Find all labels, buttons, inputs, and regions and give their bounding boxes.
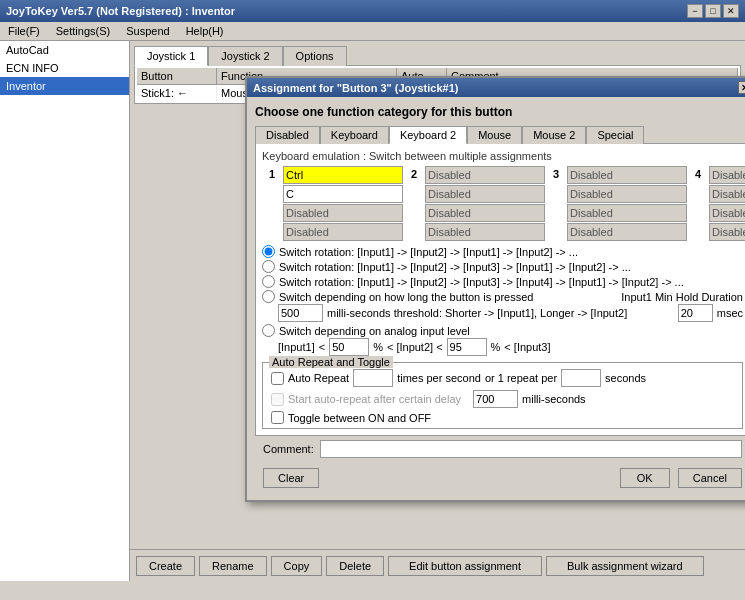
auto-repeat-checkbox[interactable]	[271, 372, 284, 385]
toggle-checkbox[interactable]	[271, 411, 284, 424]
dialog-close-button[interactable]: ✕	[738, 81, 745, 94]
radio-label-4: Switch depending on how long the button …	[279, 291, 533, 303]
ok-button[interactable]: OK	[620, 468, 670, 488]
radio-option-4: Switch depending on how long the button …	[262, 290, 743, 303]
analog-pct2: %	[491, 341, 501, 353]
col2-input-1[interactable]	[425, 185, 545, 203]
comment-input[interactable]	[320, 440, 742, 458]
radio-option-5: Switch depending on analog input level	[262, 324, 743, 337]
col3-input-1[interactable]	[567, 185, 687, 203]
col1-input-3[interactable]	[283, 223, 403, 241]
radio-option-3: Switch rotation: [Input1] -> [Input2] ->…	[262, 275, 743, 288]
dialog-panel: Keyboard emulation : Switch between mult…	[255, 143, 745, 436]
sidebar-item-ecninfo[interactable]: ECN INFO	[0, 59, 129, 77]
col4-input-0[interactable]	[709, 166, 745, 184]
col4-input-3[interactable]	[709, 223, 745, 241]
analog-lt2: < [Input2] <	[387, 341, 443, 353]
menu-settings[interactable]: Settings(S)	[52, 24, 114, 38]
delay-msec-input[interactable]	[473, 390, 518, 408]
col1-input-0[interactable]	[283, 166, 403, 184]
analog-val1-input[interactable]	[329, 338, 369, 356]
menu-suspend[interactable]: Suspend	[122, 24, 173, 38]
title-bar: JoyToKey Ver5.7 (Not Registered) : Inven…	[0, 0, 745, 22]
seconds-input[interactable]	[561, 369, 601, 387]
col2-input-3[interactable]	[425, 223, 545, 241]
col1-inputs	[283, 166, 403, 241]
assignment-dialog: Assignment for "Button 3" (Joystick#1) ✕…	[245, 76, 745, 502]
col1-input-2[interactable]	[283, 204, 403, 222]
comment-label: Comment:	[263, 443, 314, 455]
dialog-tabs: Disabled Keyboard Keyboard 2 Mouse Mouse…	[255, 125, 745, 143]
radio-input-4[interactable]	[262, 290, 275, 303]
comment-row: Comment:	[255, 436, 745, 462]
tab-special[interactable]: Special	[586, 126, 644, 144]
col4-input-2[interactable]	[709, 204, 745, 222]
dialog-overlay: Assignment for "Button 3" (Joystick#1) ✕…	[130, 41, 745, 581]
col2-input-2[interactable]	[425, 204, 545, 222]
cancel-button[interactable]: Cancel	[678, 468, 742, 488]
msec-input[interactable]	[678, 304, 713, 322]
toggle-row: Toggle between ON and OFF	[271, 411, 734, 424]
radio-label-2: Switch rotation: [Input1] -> [Input2] ->…	[279, 261, 631, 273]
window-controls: − □ ✕	[687, 4, 739, 18]
dialog-title-text: Assignment for "Button 3" (Joystick#1)	[253, 82, 458, 94]
tab-keyboard2[interactable]: Keyboard 2	[389, 126, 467, 144]
col4-num: 4	[688, 166, 708, 180]
main-layout: AutoCad ECN INFO Inventor Joystick 1 Joy…	[0, 41, 745, 581]
radio-input-1[interactable]	[262, 245, 275, 258]
content-area: Joystick 1 Joystick 2 Options Button Fun…	[130, 41, 745, 581]
close-button[interactable]: ✕	[723, 4, 739, 18]
ok-cancel-group: OK Cancel	[620, 468, 742, 488]
analog-val2-input[interactable]	[447, 338, 487, 356]
times-per-second-label: times per second	[397, 372, 481, 384]
hold-duration-label: Input1 Min Hold Duration	[621, 291, 743, 303]
times-per-second-input[interactable]	[353, 369, 393, 387]
radio-input-5[interactable]	[262, 324, 275, 337]
radio-label-5: Switch depending on analog input level	[279, 325, 470, 337]
col2-num: 2	[404, 166, 424, 180]
clear-button[interactable]: Clear	[263, 468, 319, 488]
col3-inputs	[567, 166, 687, 241]
col3-input-2[interactable]	[567, 204, 687, 222]
dialog-body: Choose one function category for this bu…	[247, 97, 745, 500]
tab-mouse2[interactable]: Mouse 2	[522, 126, 586, 144]
col2-input-0[interactable]	[425, 166, 545, 184]
maximize-button[interactable]: □	[705, 4, 721, 18]
menu-help[interactable]: Help(H)	[182, 24, 228, 38]
tab-disabled[interactable]: Disabled	[255, 126, 320, 144]
analog-lt3: < [Input3]	[504, 341, 550, 353]
auto-repeat-section: Auto Repeat and Toggle Auto Repeat times…	[262, 362, 743, 429]
radio-option-2: Switch rotation: [Input1] -> [Input2] ->…	[262, 260, 743, 273]
col2-inputs	[425, 166, 545, 241]
threshold-label: milli-seconds threshold: Shorter -> [Inp…	[327, 307, 627, 319]
seconds-label: seconds	[605, 372, 646, 384]
key-grid: 1 2	[262, 166, 743, 241]
auto-repeat-label: Auto Repeat	[288, 372, 349, 384]
col4-input-1[interactable]	[709, 185, 745, 203]
menu-file[interactable]: File(F)	[4, 24, 44, 38]
radio-option-1: Switch rotation: [Input1] -> [Input2] ->…	[262, 245, 743, 258]
radio-input-2[interactable]	[262, 260, 275, 273]
dialog-footer: Clear OK Cancel	[255, 462, 745, 492]
start-delay-checkbox[interactable]	[271, 393, 284, 406]
panel-title: Keyboard emulation : Switch between mult…	[262, 150, 743, 162]
threshold-input[interactable]	[278, 304, 323, 322]
col1-num: 1	[262, 166, 282, 180]
analog-pct1: %	[373, 341, 383, 353]
col4-inputs	[709, 166, 745, 241]
or-label: or 1 repeat per	[485, 372, 557, 384]
analog-input1-label: [Input1]	[278, 341, 315, 353]
col1-input-1[interactable]	[283, 185, 403, 203]
hold-threshold-row: milli-seconds threshold: Shorter -> [Inp…	[262, 304, 743, 322]
analog-lt1: <	[319, 341, 325, 353]
sidebar-item-inventor[interactable]: Inventor	[0, 77, 129, 95]
col3-input-3[interactable]	[567, 223, 687, 241]
tab-keyboard[interactable]: Keyboard	[320, 126, 389, 144]
sidebar-item-autocad[interactable]: AutoCad	[0, 41, 129, 59]
col3-input-0[interactable]	[567, 166, 687, 184]
radio-input-3[interactable]	[262, 275, 275, 288]
auto-repeat-row: Auto Repeat times per second or 1 repeat…	[271, 369, 734, 387]
menu-bar: File(F) Settings(S) Suspend Help(H)	[0, 22, 745, 41]
minimize-button[interactable]: −	[687, 4, 703, 18]
tab-mouse[interactable]: Mouse	[467, 126, 522, 144]
